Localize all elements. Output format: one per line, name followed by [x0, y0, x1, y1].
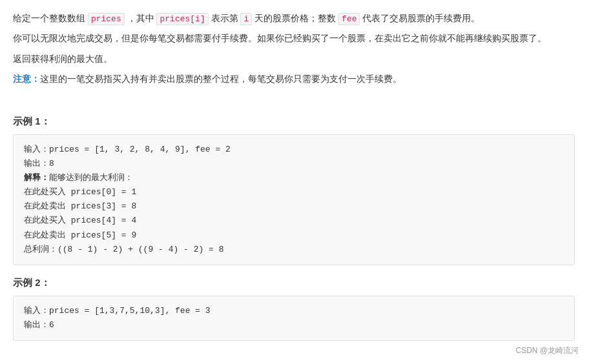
inline-code-prices-i: prices[i]: [156, 13, 208, 25]
example1-detail-line2: 在此处卖出 prices[3] = 8: [24, 199, 564, 214]
inline-code-prices: prices: [88, 13, 125, 25]
intro-text-mid1: ，其中: [125, 13, 157, 23]
intro-paragraph-2: 你可以无限次地完成交易，但是你每笔交易都需要付手续费。如果你已经购买了一个股票，…: [13, 30, 575, 46]
example2-code-block: 输入：prices = [1,3,7,5,10,3], fee = 3 输出：6: [13, 296, 575, 341]
example2-title: 示例 2：: [13, 277, 575, 289]
intro-paragraph-3: 返回获得利润的最大值。: [13, 51, 575, 67]
intro-text-mid2: 表示第: [209, 13, 241, 23]
example1-explanation-line: 解释：能够达到的最大利润：: [24, 171, 564, 185]
example1-detail-line5: 总利润：((8 - 1) - 2) + ((9 - 4) - 2) = 8: [24, 243, 564, 257]
inline-code-fee: fee: [338, 13, 360, 25]
intro-text-mid4: 代表了交易股票的手续费用。: [360, 13, 480, 23]
example1-code-block: 输入：prices = [1, 3, 2, 8, 4, 9], fee = 2 …: [13, 134, 575, 265]
example1-output: 输出：8: [24, 157, 564, 171]
example1-title: 示例 1：: [13, 116, 575, 128]
example1-detail-line3: 在此处买入 prices[4] = 4: [24, 214, 564, 228]
intro-paragraph-4: 注意：这里的一笔交易指买入持有并卖出股票的整个过程，每笔交易你只需要为支付一次手…: [13, 71, 575, 87]
example1-explanation-text: 能够达到的最大利润：: [49, 173, 133, 183]
intro-text-pre: 给定一个整数数组: [13, 13, 88, 23]
intro-paragraph-1: 给定一个整数数组 prices ，其中 prices[i] 表示第 i 天的股票…: [13, 10, 575, 26]
note-text: 这里的一笔交易指买入持有并卖出股票的整个过程，每笔交易你只需要为支付一次手续费。: [40, 74, 402, 84]
watermark: CSDN @龙崎流河: [515, 345, 579, 356]
inline-code-i: i: [240, 13, 252, 25]
example1-explanation-label: 解释：: [24, 173, 49, 183]
content-area: 给定一个整数数组 prices ，其中 prices[i] 表示第 i 天的股票…: [13, 10, 575, 341]
example2-input: 输入：prices = [1,3,7,5,10,3], fee = 3: [24, 304, 564, 318]
intro-text-mid3: 天的股票价格；整数: [252, 13, 338, 23]
example1-input: 输入：prices = [1, 3, 2, 8, 4, 9], fee = 2: [24, 143, 564, 157]
example2-output: 输出：6: [24, 318, 564, 332]
note-label: 注意：: [13, 74, 40, 84]
example1-detail-line4: 在此处卖出 prices[5] = 9: [24, 228, 564, 243]
example1-detail-line1: 在此处买入 prices[0] = 1: [24, 185, 564, 199]
